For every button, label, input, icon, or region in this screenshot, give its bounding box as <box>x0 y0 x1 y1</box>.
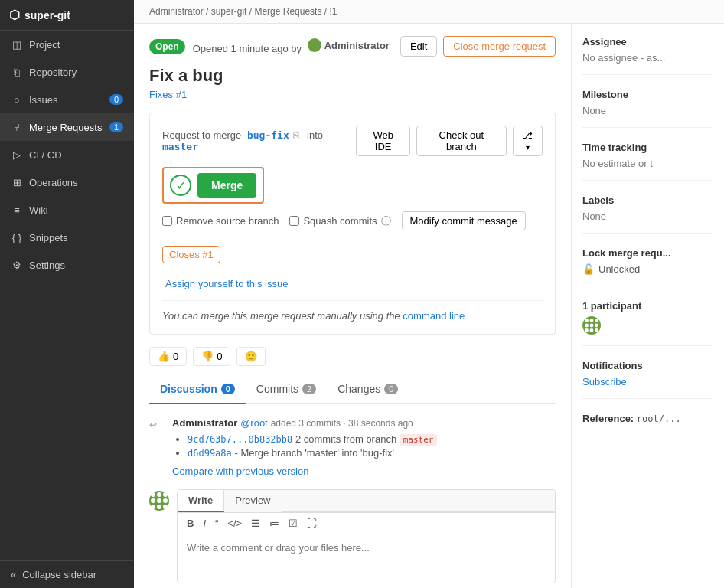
notifications-title: Notifications <box>582 360 713 371</box>
merge-info: You can merge this merge request manuall… <box>162 300 543 322</box>
sidebar-item-settings[interactable]: ⚙ Settings <box>0 251 134 279</box>
assign-yourself-link[interactable]: Assign yourself to this issue <box>165 278 288 289</box>
content-area: Open Opened 1 minute ago by Administrato… <box>134 24 571 588</box>
git-icon: ⎇ <box>522 130 533 141</box>
sidebar-item-wiki[interactable]: ≡ Wiki <box>0 196 134 224</box>
remove-source-label[interactable]: Remove source branch <box>162 215 279 227</box>
action-text: added 3 commits <box>271 418 341 429</box>
unordered-list-button[interactable]: ☰ <box>248 516 263 531</box>
sidebar-item-issues[interactable]: ○ Issues 0 <box>0 86 134 113</box>
thumbs-down-icon: 👎 <box>201 351 214 362</box>
edit-button[interactable]: Edit <box>400 36 437 57</box>
mr-fixes: Fixes #1 <box>149 89 556 100</box>
fixes-link[interactable]: Fixes #1 <box>149 89 187 100</box>
sidebar-item-label: Snippets <box>29 232 68 243</box>
preview-tab[interactable]: Preview <box>224 490 282 512</box>
remove-source-checkbox[interactable] <box>162 216 172 226</box>
sidebar-item-repository[interactable]: ⎗ Repository <box>0 58 134 86</box>
command-line-link[interactable]: command line <box>403 310 465 322</box>
commit-hash-2[interactable]: d6d99a8a <box>188 448 232 459</box>
collapse-sidebar-button[interactable]: « Collapse sidebar <box>0 560 134 588</box>
sidebar-item-label: CI / CD <box>29 149 62 161</box>
participants-title: 1 participant <box>582 300 713 312</box>
bold-button[interactable]: B <box>184 516 197 531</box>
merge-requests-badge: 1 <box>109 122 123 132</box>
sidebar-item-operations[interactable]: ⊞ Operations <box>0 168 134 196</box>
squash-info-icon[interactable]: ⓘ <box>381 214 391 228</box>
thumbs-down-button[interactable]: 👎 0 <box>193 347 230 366</box>
sidebar-item-merge-requests[interactable]: ⑂ Merge Requests 1 <box>0 113 134 141</box>
comment-toolbar: B I “ </> ☰ ≔ ☑ ⛶ <box>178 513 555 534</box>
merge-into-text: Request to merge bug-fix ⎘ into master <box>162 129 356 152</box>
sidebar-item-cicd[interactable]: ▷ CI / CD <box>0 141 134 168</box>
thumbs-up-count: 0 <box>173 351 178 362</box>
subscribe-link[interactable]: Subscribe <box>582 376 627 387</box>
list-item: 9cd763b7...0b832bb8 2 commits from branc… <box>188 433 556 445</box>
thumbs-up-button[interactable]: 👍 0 <box>149 347 187 366</box>
reference-title: Reference: <box>582 413 634 424</box>
code-button[interactable]: </> <box>224 516 245 531</box>
merge-button[interactable]: Merge <box>197 173 256 198</box>
commenter-avatar <box>149 491 169 511</box>
discussion-arrow: ↩ <box>149 416 165 477</box>
time-tracking-section: Time tracking No estimate or t <box>582 142 713 181</box>
quote-button[interactable]: “ <box>212 516 221 531</box>
main-body: Open Opened 1 minute ago by Administrato… <box>134 24 724 588</box>
status-badge: Open <box>149 39 185 54</box>
commit-list: 9cd763b7...0b832bb8 2 commits from branc… <box>188 433 556 459</box>
commit-desc-2: - Merge branch 'master' into 'bug-fix' <box>234 447 394 459</box>
commit-desc-1: 2 commits from branch <box>295 433 396 445</box>
thumbs-up-icon: 👍 <box>158 351 170 362</box>
checkout-dropdown-button[interactable]: ⎇ ▾ <box>513 126 543 156</box>
avatar-dot <box>163 505 168 509</box>
sidebar-item-project[interactable]: ◫ Project <box>0 31 134 58</box>
ordered-list-button[interactable]: ≔ <box>266 516 282 531</box>
into-label: into <box>307 129 323 141</box>
checklist-button[interactable]: ☑ <box>285 516 301 531</box>
web-ide-button[interactable]: Web IDE <box>356 126 410 156</box>
milestone-title: Milestone <box>582 89 713 100</box>
write-tab[interactable]: Write <box>178 490 224 512</box>
merge-actions-row: ✓ Merge Remove source branch Squash comm… <box>162 167 543 230</box>
comment-tabs: Write Preview <box>178 490 555 513</box>
participant-row <box>582 316 713 335</box>
modify-commit-button[interactable]: Modify commit message <box>402 211 526 230</box>
commit-hash-1[interactable]: 9cd763b7...0b832bb8 <box>188 434 292 445</box>
lock-row: 🔓 Unlocked <box>582 263 713 275</box>
italic-button[interactable]: I <box>200 516 209 531</box>
milestone-value: None <box>582 105 713 116</box>
avatar-dot <box>163 492 168 497</box>
sidebar-item-label: Merge Requests <box>29 122 102 133</box>
sidebar-item-label: Issues <box>29 94 58 106</box>
settings-icon: ⚙ <box>11 259 23 271</box>
tab-changes[interactable]: Changes 0 <box>327 375 409 404</box>
discussion-author: Administrator <box>172 417 237 429</box>
sidebar-item-snippets[interactable]: { } Snippets <box>0 224 134 251</box>
tab-commits-label: Commits <box>256 383 298 395</box>
merge-check-icon: ✓ <box>170 175 191 196</box>
squash-commits-label[interactable]: Squash commits ⓘ <box>289 214 390 228</box>
lock-icon: 🔓 <box>582 263 595 275</box>
assign-section: Assign yourself to this issue <box>162 277 543 289</box>
squash-commits-checkbox[interactable] <box>289 216 299 226</box>
breadcrumb: Administrator / super-git / Merge Reques… <box>134 0 724 24</box>
brand-logo[interactable]: ⬡ super-git <box>9 8 125 22</box>
mr-title: Fix a bug <box>149 66 556 86</box>
tab-discussion[interactable]: Discussion 0 <box>149 375 246 404</box>
checkout-branch-button[interactable]: Check out branch <box>416 126 507 156</box>
fullscreen-button[interactable]: ⛶ <box>304 516 320 531</box>
sidebar-item-label: Wiki <box>29 204 48 216</box>
comment-box: Write Preview B I “ </> ☰ ≔ ☑ ⛶ <box>177 489 556 583</box>
reference-value: root/... <box>637 413 681 424</box>
author-avatar <box>308 38 321 52</box>
add-reaction-button[interactable]: 🙂 <box>236 347 266 366</box>
merge-request-header: Request to merge bug-fix ⎘ into master W… <box>162 126 543 156</box>
emoji-icon: 🙂 <box>245 351 257 362</box>
tab-commits[interactable]: Commits 2 <box>246 375 327 404</box>
compare-link[interactable]: Compare with previous version <box>172 466 308 477</box>
avatar-dot <box>157 492 161 497</box>
copy-branch-icon[interactable]: ⎘ <box>293 129 299 141</box>
close-merge-request-button[interactable]: Close merge request <box>443 36 556 57</box>
time-tracking-title: Time tracking <box>582 142 713 153</box>
comment-textarea[interactable] <box>178 534 555 580</box>
